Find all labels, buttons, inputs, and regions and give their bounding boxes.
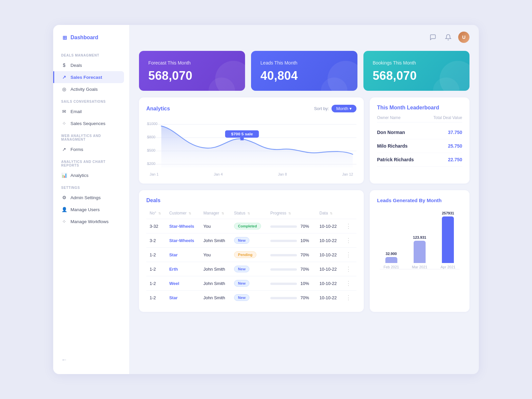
main-content: U Forecast This Month 568,070 Leads This… xyxy=(130,25,479,374)
deal-manager: You xyxy=(200,248,231,262)
svg-text:$700  5 sale: $700 5 sale xyxy=(231,132,253,136)
bar-value-label: 32.900 xyxy=(386,252,397,256)
deal-status: New xyxy=(231,276,267,291)
sidebar-item-icon: ⁘ xyxy=(61,120,67,126)
sidebar-item-forms[interactable]: ↗Forms xyxy=(53,143,124,155)
deals-table-row-0: 3-32 Star-Wheels You Completed 70% 10-10… xyxy=(146,219,356,233)
sidebar-item-icon: ⚙ xyxy=(61,195,67,200)
sort-month-button[interactable]: Month ▾ xyxy=(332,105,356,112)
deal-progress: 70% xyxy=(267,248,316,262)
sidebar-logo-label: Dashboard xyxy=(70,35,98,41)
sidebar-item-manage-workflows[interactable]: ⁘Manage Workflows xyxy=(53,215,124,227)
deal-customer[interactable]: Star-Wheels xyxy=(166,219,200,233)
leaderboard-card: This Month Leaderboard Owner Name Total … xyxy=(370,97,469,184)
sidebar-item-icon: 📊 xyxy=(61,172,67,178)
deal-customer[interactable]: Star-Wheels xyxy=(166,233,200,248)
sidebar-item-sales-forecast[interactable]: ↗Sales Forecast xyxy=(53,71,124,83)
deal-data: 10-10-22 xyxy=(316,233,342,248)
avatar[interactable]: U xyxy=(458,32,469,43)
sort-controls: Sort by: Month ▾ xyxy=(314,105,356,112)
chat-icon[interactable] xyxy=(428,32,438,43)
sidebar-item-sales-sequences[interactable]: ⁘Sales Sequences xyxy=(53,117,124,129)
metric-card-1: Leads This Month 40,804 xyxy=(251,51,357,91)
bar-month-label: Feb 2021 xyxy=(383,265,399,269)
sidebar-item-label: Email xyxy=(70,109,82,114)
deal-actions[interactable]: ⋮ xyxy=(342,291,356,305)
deals-table-row-1: 3-2 Star-Wheels John Smith New 10% 10-10… xyxy=(146,233,356,248)
sidebar-item-manage-users[interactable]: 👤Manage Users xyxy=(53,203,124,215)
bar-group-2: 257931 Apr 2021 xyxy=(437,211,460,269)
sidebar: ⊞ Dashboard DEALS MANAGMENT$Deals↗Sales … xyxy=(53,25,130,374)
metric-cards: Forecast This Month 568,070 Leads This M… xyxy=(139,51,469,91)
deal-status: Pending xyxy=(231,248,267,262)
analytics-chart: $1000 $800 $500 $200 $700 5 sale xyxy=(146,118,356,171)
bar-value-label: 123.931 xyxy=(413,235,426,239)
deal-actions[interactable]: ⋮ xyxy=(342,233,356,248)
col-data: Data ⇅ xyxy=(316,209,342,219)
col-status: Status ⇅ xyxy=(231,209,267,219)
bar-rect xyxy=(385,257,397,263)
leaderboard-row-2: Patrick Richards 22.750 xyxy=(377,153,462,167)
deals-table-row-4: 1-2 Weel John Smith New 10% 10-10-22 ⋮ xyxy=(146,276,356,291)
sidebar-item-icon: ✉ xyxy=(61,108,67,114)
sort-by-label: Sort by: xyxy=(314,106,329,111)
deal-no: 3-32 xyxy=(146,219,166,233)
leads-bar-chart: 32.900 Feb 2021 123.931 Mar 2021 257931 … xyxy=(377,209,462,269)
leads-chart-title: Leads Generated By Month xyxy=(377,198,462,203)
sidebar-item-email[interactable]: ✉Email xyxy=(53,105,124,117)
deal-customer[interactable]: Star xyxy=(166,291,200,305)
deal-progress: 70% xyxy=(267,262,316,276)
deals-card: Deals No° ⇅ Customer ⇅ Manager ⇅ Status … xyxy=(139,190,364,312)
svg-text:$500: $500 xyxy=(147,149,155,152)
leaderboard-title: This Month Leaderboard xyxy=(377,105,462,111)
sidebar-item-analytics[interactable]: 📊Analytics xyxy=(53,169,124,181)
svg-text:$1000: $1000 xyxy=(147,122,157,126)
bar-group-0: 32.900 Feb 2021 xyxy=(380,252,403,269)
col-progress: Progress ⇅ xyxy=(267,209,316,219)
deal-manager: John Smith xyxy=(200,291,231,305)
sidebar-item-label: Sales Forecast xyxy=(70,75,102,80)
deal-actions[interactable]: ⋮ xyxy=(342,262,356,276)
deal-actions[interactable]: ⋮ xyxy=(342,248,356,262)
sidebar-section-title: SAILS CONVERSATIONS xyxy=(53,95,129,105)
deal-data: 10-10-22 xyxy=(316,262,342,276)
deal-actions[interactable]: ⋮ xyxy=(342,276,356,291)
leaderboard-col-value: Total Deal Value xyxy=(434,115,463,120)
sidebar-item-deals[interactable]: $Deals xyxy=(53,59,124,71)
sidebar-section-title: SETTINGS xyxy=(53,181,129,192)
deal-no: 3-2 xyxy=(146,233,166,248)
bar-month-label: Mar 2021 xyxy=(412,265,427,269)
deals-leads-section: Deals No° ⇅ Customer ⇅ Manager ⇅ Status … xyxy=(139,190,469,312)
deal-actions[interactable]: ⋮ xyxy=(342,219,356,233)
leaderboard-deal-value: 37.750 xyxy=(448,130,462,135)
deals-table: No° ⇅ Customer ⇅ Manager ⇅ Status ⇅ Prog… xyxy=(146,209,356,305)
sidebar-item-icon: ↗ xyxy=(61,146,67,152)
sidebar-logo[interactable]: ⊞ Dashboard xyxy=(53,34,129,49)
col-no: No° ⇅ xyxy=(146,209,166,219)
deal-customer[interactable]: Erth xyxy=(166,262,200,276)
sidebar-section-title: ANALYTICS AND CHART REPORTS xyxy=(53,155,129,169)
sidebar-item-label: Manage Users xyxy=(70,207,100,212)
chart-x-labels: Jan 1 Jan 4 Jan 8 Jan 12 xyxy=(146,172,356,176)
deals-table-body: 3-32 Star-Wheels You Completed 70% 10-10… xyxy=(146,219,356,305)
chart-label-jan12: Jan 12 xyxy=(342,172,353,176)
analytics-header: Analytics Sort by: Month ▾ xyxy=(146,105,356,112)
deal-customer[interactable]: Weel xyxy=(166,276,200,291)
leaderboard-deal-value: 25.750 xyxy=(448,143,462,149)
bar-month-label: Apr 2021 xyxy=(441,265,456,269)
deal-progress: 70% xyxy=(267,219,316,233)
svg-text:$200: $200 xyxy=(147,162,155,166)
bell-icon[interactable] xyxy=(443,32,454,43)
leaderboard-deal-value: 22.750 xyxy=(448,157,462,162)
sidebar-item-label: Forms xyxy=(70,147,83,152)
sidebar-item-icon: ⁘ xyxy=(61,218,67,224)
deal-customer[interactable]: Star xyxy=(166,248,200,262)
sidebar-item-activity-goals[interactable]: ◎Activity Goals xyxy=(53,83,124,95)
back-button[interactable]: ← xyxy=(61,356,67,363)
chart-label-jan4: Jan 4 xyxy=(214,172,223,176)
deal-manager: You xyxy=(200,219,231,233)
sidebar-item-admin-settings[interactable]: ⚙Admin Settings xyxy=(53,192,124,203)
deals-table-row-2: 1-2 Star You Pending 70% 10-10-22 ⋮ xyxy=(146,248,356,262)
sidebar-item-label: Manage Workflows xyxy=(70,219,109,224)
bar-rect xyxy=(414,241,426,263)
